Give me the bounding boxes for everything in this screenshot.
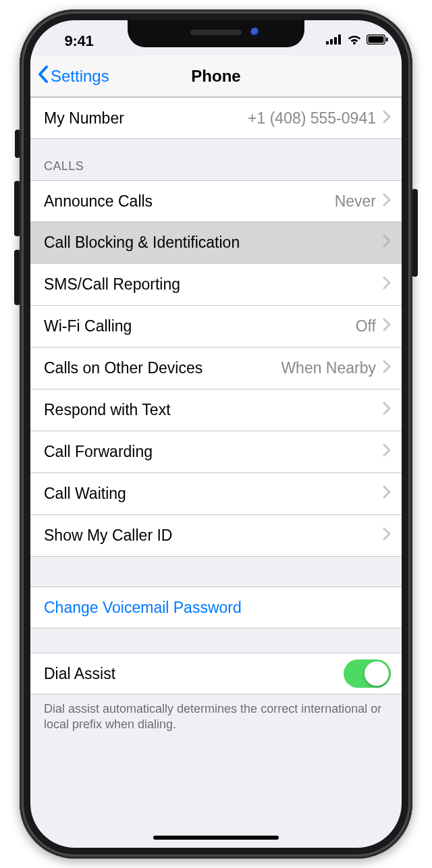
screen: 9:41 <box>30 20 402 848</box>
group-header-calls: CALLS <box>30 139 402 180</box>
row-wifi-calling[interactable]: Wi-Fi Calling Off <box>30 306 402 348</box>
svg-rect-7 <box>386 37 388 41</box>
group-spacer <box>30 557 402 587</box>
chevron-right-icon <box>383 317 391 335</box>
row-announce-calls[interactable]: Announce Calls Never <box>30 180 402 222</box>
status-right <box>326 34 388 45</box>
row-label: Wi-Fi Calling <box>44 317 132 335</box>
group-footer-dial-assist: Dial assist automatically determines the… <box>30 695 402 733</box>
row-label: Change Voicemail Password <box>44 599 242 617</box>
device-frame: 9:41 <box>20 9 412 859</box>
chevron-right-icon <box>383 234 391 252</box>
group-voicemail: Change Voicemail Password <box>30 587 402 628</box>
row-call-forwarding[interactable]: Call Forwarding <box>30 431 402 473</box>
chevron-right-icon <box>383 359 391 377</box>
nav-bar: Settings Phone <box>30 55 402 97</box>
group-spacer <box>30 628 402 653</box>
battery-icon <box>367 34 388 45</box>
row-respond-with-text[interactable]: Respond with Text <box>30 389 402 431</box>
group-dial-assist: Dial Assist Dial assist automatically de… <box>30 653 402 733</box>
row-call-waiting[interactable]: Call Waiting <box>30 473 402 515</box>
row-label: Dial Assist <box>44 665 115 683</box>
row-value: When Nearby <box>202 359 383 377</box>
row-sms-call-reporting[interactable]: SMS/Call Reporting <box>30 264 402 306</box>
svg-rect-6 <box>369 36 384 43</box>
row-label: Call Blocking & Identification <box>44 234 240 252</box>
status-time: 9:41 <box>30 32 128 50</box>
row-call-blocking[interactable]: Call Blocking & Identification <box>30 222 402 264</box>
svg-rect-3 <box>338 34 341 45</box>
svg-rect-0 <box>326 41 329 45</box>
row-value: +1 (408) 555-0941 <box>124 109 383 128</box>
row-label: Respond with Text <box>44 401 171 419</box>
row-label: My Number <box>44 109 124 128</box>
row-dial-assist[interactable]: Dial Assist <box>30 653 402 695</box>
chevron-right-icon <box>383 526 391 545</box>
row-label: SMS/Call Reporting <box>44 275 180 294</box>
home-indicator[interactable] <box>153 836 279 840</box>
row-label: Call Forwarding <box>44 443 153 461</box>
row-label: Show My Caller ID <box>44 526 172 545</box>
chevron-right-icon <box>383 485 391 503</box>
settings-list: My Number +1 (408) 555-0941 CALLS Announ… <box>30 97 402 733</box>
hw-side-button <box>412 189 418 277</box>
chevron-right-icon <box>383 275 391 294</box>
svg-rect-1 <box>330 39 333 45</box>
row-label: Calls on Other Devices <box>44 359 202 377</box>
cellular-icon <box>326 34 342 45</box>
row-change-voicemail-password[interactable]: Change Voicemail Password <box>30 587 402 628</box>
group-calls: CALLS Announce Calls Never Call Blocking… <box>30 139 402 557</box>
chevron-right-icon <box>383 401 391 419</box>
row-value: Off <box>132 317 383 335</box>
dial-assist-toggle[interactable] <box>344 659 391 688</box>
chevron-right-icon <box>383 192 391 211</box>
front-camera <box>250 28 260 37</box>
wifi-icon <box>347 34 362 45</box>
row-show-caller-id[interactable]: Show My Caller ID <box>30 515 402 557</box>
svg-point-4 <box>353 42 356 45</box>
row-label: Call Waiting <box>44 485 126 503</box>
row-calls-other-devices[interactable]: Calls on Other Devices When Nearby <box>30 348 402 389</box>
toggle-knob <box>364 661 389 686</box>
chevron-right-icon <box>383 109 391 128</box>
row-label: Announce Calls <box>44 192 153 211</box>
nav-title: Phone <box>30 55 402 97</box>
notch <box>128 20 304 47</box>
speaker-grille <box>190 30 242 35</box>
group-top: My Number +1 (408) 555-0941 <box>30 97 402 139</box>
row-my-number[interactable]: My Number +1 (408) 555-0941 <box>30 97 402 139</box>
svg-rect-2 <box>334 37 337 45</box>
row-value: Never <box>153 192 383 211</box>
chevron-right-icon <box>383 443 391 461</box>
